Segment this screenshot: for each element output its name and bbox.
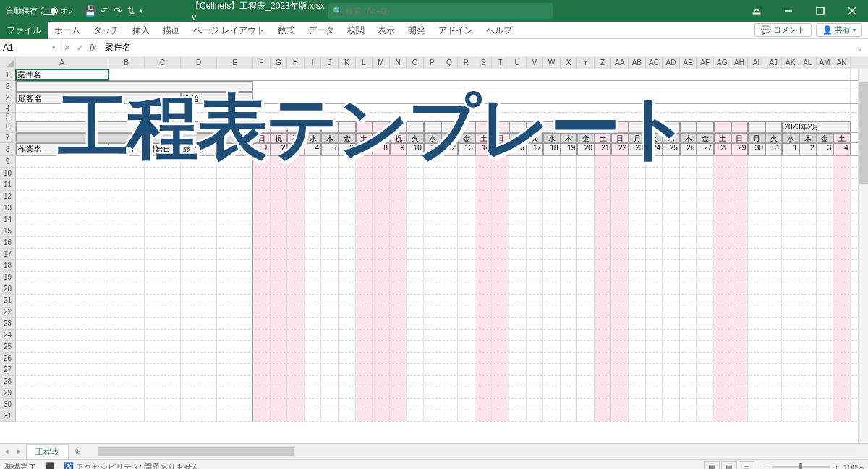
cell[interactable]	[527, 214, 544, 225]
cell[interactable]	[390, 410, 407, 421]
row-header[interactable]: 30	[0, 399, 16, 410]
maximize-button[interactable]	[804, 0, 836, 22]
cell[interactable]	[595, 376, 612, 387]
cell[interactable]	[509, 191, 527, 202]
cell[interactable]	[543, 214, 561, 225]
cell[interactable]	[458, 295, 475, 306]
cell[interactable]	[390, 168, 407, 178]
ribbon-tab-6[interactable]: 数式	[271, 22, 302, 39]
cell[interactable]	[181, 410, 217, 421]
cell[interactable]	[697, 249, 714, 259]
cell[interactable]	[817, 283, 834, 294]
cell[interactable]	[305, 179, 322, 190]
cell[interactable]	[782, 237, 799, 248]
cell[interactable]	[731, 387, 749, 398]
cell[interactable]	[714, 306, 731, 317]
cell[interactable]	[373, 387, 390, 398]
cell[interactable]	[509, 272, 527, 283]
cell[interactable]	[509, 306, 527, 317]
cell[interactable]	[714, 179, 731, 190]
cell[interactable]	[611, 260, 629, 271]
cell[interactable]	[305, 237, 322, 248]
cell[interactable]	[475, 283, 493, 294]
cell[interactable]	[817, 249, 834, 259]
cell[interactable]: 木	[680, 133, 697, 142]
cell[interactable]	[16, 168, 109, 178]
cell[interactable]: 祝	[287, 133, 305, 142]
cell[interactable]	[181, 399, 217, 410]
cell[interactable]	[611, 341, 629, 352]
cell[interactable]	[16, 318, 109, 329]
cell[interactable]	[629, 191, 646, 202]
cell[interactable]	[817, 191, 834, 202]
cell[interactable]	[373, 191, 390, 202]
cell[interactable]	[271, 306, 288, 317]
cell[interactable]	[407, 179, 424, 190]
cell[interactable]	[321, 364, 339, 375]
cell[interactable]	[748, 121, 765, 132]
col-header[interactable]: U	[509, 56, 527, 69]
cell[interactable]	[339, 225, 356, 236]
cell[interactable]	[561, 156, 578, 167]
cell[interactable]	[475, 214, 493, 225]
cell[interactable]	[543, 364, 561, 375]
cell[interactable]	[543, 283, 561, 294]
cell[interactable]	[833, 341, 851, 352]
cell[interactable]	[680, 121, 697, 132]
cell[interactable]	[407, 156, 424, 167]
cell[interactable]	[271, 399, 288, 410]
cell[interactable]	[799, 353, 817, 363]
cell[interactable]	[646, 353, 663, 363]
cell[interactable]	[356, 330, 373, 340]
cell[interactable]	[714, 272, 731, 283]
cell[interactable]	[509, 330, 527, 340]
cell[interactable]	[109, 330, 145, 340]
cell[interactable]	[663, 410, 680, 421]
cell[interactable]	[253, 318, 271, 329]
cell[interactable]: 木	[321, 133, 339, 142]
cell[interactable]	[561, 237, 578, 248]
cell[interactable]	[271, 410, 288, 421]
col-header[interactable]: L	[356, 56, 373, 69]
cell[interactable]	[475, 260, 493, 271]
cell[interactable]	[424, 191, 441, 202]
cell[interactable]	[339, 295, 356, 306]
row-header[interactable]: 23	[0, 318, 16, 330]
cell[interactable]	[748, 249, 765, 259]
cell[interactable]	[109, 272, 145, 283]
cell[interactable]	[305, 156, 322, 167]
cell[interactable]	[543, 249, 561, 259]
cell[interactable]	[595, 306, 612, 317]
cell[interactable]	[577, 387, 595, 398]
cell[interactable]	[782, 260, 799, 271]
cell[interactable]: 15	[492, 143, 509, 155]
cell[interactable]	[663, 156, 680, 167]
cell[interactable]	[407, 202, 424, 213]
cell[interactable]	[475, 341, 493, 352]
cell[interactable]	[663, 387, 680, 398]
cell[interactable]	[390, 121, 407, 132]
cell[interactable]	[441, 249, 459, 259]
cell[interactable]	[492, 168, 509, 178]
cell[interactable]	[253, 260, 271, 271]
cell[interactable]	[321, 121, 339, 132]
cell[interactable]	[629, 330, 646, 340]
cell[interactable]	[305, 202, 322, 213]
cell[interactable]	[390, 318, 407, 329]
cell[interactable]	[321, 387, 339, 398]
cell[interactable]	[731, 330, 749, 340]
cell[interactable]	[390, 179, 407, 190]
cell[interactable]	[373, 179, 390, 190]
cell[interactable]	[407, 376, 424, 387]
cell[interactable]	[339, 272, 356, 283]
cell[interactable]	[646, 168, 663, 178]
col-header[interactable]: G	[271, 56, 288, 69]
cell[interactable]	[217, 283, 253, 294]
cell[interactable]	[458, 364, 475, 375]
cell[interactable]	[714, 387, 731, 398]
cell[interactable]	[748, 214, 765, 225]
cell[interactable]	[817, 387, 834, 398]
cell[interactable]	[424, 249, 441, 259]
cells-area[interactable]: 案件名顧客名開始2023年2月日祝祝水木金土日祝火水木金土日月火水木金土日月火水…	[16, 69, 868, 422]
select-all-button[interactable]	[0, 56, 16, 69]
